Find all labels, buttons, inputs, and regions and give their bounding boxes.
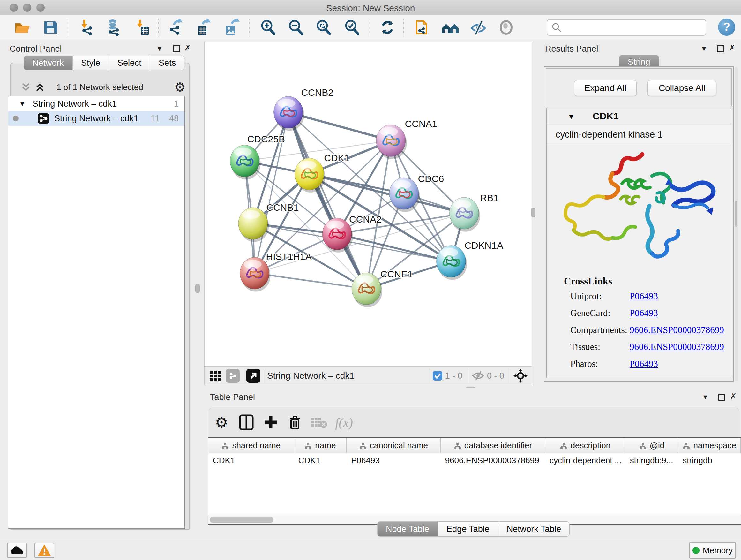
- crosslink-link[interactable]: 9606.ENSP00000378699: [630, 341, 724, 352]
- memory-button[interactable]: Memory: [689, 542, 736, 559]
- network-node-CCNB1[interactable]: CCNB1: [239, 202, 299, 242]
- delete-table-icon[interactable]: [309, 413, 329, 432]
- results-scrollbar[interactable]: [735, 67, 738, 381]
- zoom-selected-button[interactable]: [342, 18, 361, 37]
- column-header-canonical-name[interactable]: canonical name: [347, 438, 441, 453]
- import-network-file-button[interactable]: [77, 18, 96, 37]
- footer-separator: [243, 368, 243, 383]
- crosslink-link[interactable]: 9606.ENSP00000378699: [630, 325, 724, 335]
- tree-expander-icon[interactable]: ▼: [19, 100, 25, 108]
- network-node-CCNE1[interactable]: CCNE1: [352, 269, 413, 307]
- control-panel-tabs: NetworkStyleSelectSets: [23, 56, 185, 70]
- control-panel-close-icon[interactable]: ✗: [185, 44, 191, 52]
- column-header-name[interactable]: name: [294, 438, 347, 453]
- left-splitter-handle[interactable]: [195, 284, 200, 293]
- table-header-row: shared namenamecanonical namedatabase id…: [208, 438, 741, 453]
- network-node-RB1[interactable]: RB1: [450, 192, 499, 232]
- search-input[interactable]: [562, 20, 705, 35]
- cloud-button[interactable]: [7, 543, 27, 558]
- tab-network-table[interactable]: Network Table: [498, 521, 570, 537]
- network-node-CDKN1A[interactable]: CDKN1A: [436, 240, 503, 280]
- warnings-button[interactable]: [35, 543, 54, 558]
- zoom-out-button[interactable]: [286, 18, 306, 37]
- gene-section: ▼ CDK1 cyclin-dependent kinase 1: [546, 108, 731, 378]
- tab-network[interactable]: Network: [23, 56, 72, 70]
- network-node-CCNA1[interactable]: CCNA1: [376, 118, 437, 159]
- export-image-button[interactable]: [221, 18, 241, 37]
- column-header-database-identifier[interactable]: database identifier: [441, 438, 545, 453]
- string-view-icon[interactable]: [226, 369, 240, 383]
- export-network-file-button[interactable]: [166, 18, 185, 37]
- crosslink-link[interactable]: P06493: [630, 291, 658, 301]
- control-panel-collapse-icon[interactable]: ▾: [158, 44, 161, 53]
- node-label-CCNB1: CCNB1: [266, 202, 299, 212]
- results-panel-float-icon[interactable]: [717, 45, 724, 52]
- crosslink-link[interactable]: P06493: [630, 359, 658, 369]
- zoom-in-button[interactable]: [259, 18, 278, 37]
- column-header--id[interactable]: @id: [625, 438, 678, 453]
- import-table-file-button[interactable]: [132, 18, 151, 37]
- navigator-crosshair-icon[interactable]: [514, 369, 528, 383]
- tab-edge-table[interactable]: Edge Table: [438, 521, 498, 537]
- protein-structure-image[interactable]: [547, 145, 731, 273]
- crosslink-link[interactable]: P06493: [630, 308, 658, 318]
- hide-selected-button[interactable]: [469, 18, 488, 37]
- delete-column-trash-icon[interactable]: [285, 413, 305, 432]
- table-panel-float-icon[interactable]: [718, 394, 725, 401]
- right-splitter-handle[interactable]: [531, 208, 536, 217]
- save-session-button[interactable]: [41, 18, 60, 37]
- table-options-gear-icon[interactable]: ⚙: [212, 413, 231, 432]
- selected-checkbox-icon[interactable]: [432, 371, 443, 381]
- expand-all-button[interactable]: Expand All: [574, 80, 636, 96]
- control-panel-float-icon[interactable]: [173, 45, 180, 52]
- node-label-CCNE1: CCNE1: [381, 269, 413, 279]
- node-label-CCNB2: CCNB2: [301, 87, 333, 98]
- crosslink-row: GeneCard:P06493: [547, 308, 731, 325]
- tab-sets[interactable]: Sets: [150, 56, 185, 70]
- tab-style[interactable]: Style: [72, 56, 109, 70]
- network-collection-row[interactable]: ▼ String Network – cdk1 1: [8, 97, 185, 111]
- help-button[interactable]: ?: [718, 18, 735, 36]
- footer-separator: [264, 368, 264, 383]
- refresh-button[interactable]: [378, 18, 397, 37]
- network-canvas[interactable]: CCNB2CCNA1CDC25BCDK1CDC6RB1CCNB1CCNA2CDK…: [204, 42, 532, 366]
- tab-node-table[interactable]: Node Table: [377, 521, 438, 537]
- network-node-CCNB2[interactable]: CCNB2: [274, 87, 333, 131]
- network-row-selected[interactable]: String Network – cdk1 11 48: [8, 111, 185, 126]
- zoom-in-icon: [259, 18, 277, 37]
- open-in-window-icon[interactable]: [246, 369, 260, 383]
- network-node-CDK1[interactable]: CDK1: [294, 152, 349, 192]
- function-builder-icon[interactable]: f(x): [334, 413, 354, 432]
- column-header-description[interactable]: description: [545, 438, 625, 453]
- search-field[interactable]: [547, 19, 706, 36]
- annotation-button[interactable]: [412, 18, 431, 37]
- table-tabs: Node TableEdge TableNetwork Table: [377, 521, 569, 537]
- network-node-HIST1H1A[interactable]: HIST1H1A: [240, 251, 312, 292]
- open-session-button[interactable]: [13, 18, 32, 37]
- table-panel-collapse-icon[interactable]: ▾: [703, 392, 707, 401]
- birdseye-grid-icon[interactable]: [209, 369, 222, 382]
- show-all-button[interactable]: [496, 18, 516, 37]
- table-panel-close-icon[interactable]: ✗: [730, 392, 737, 401]
- results-panel-close-icon[interactable]: ✗: [729, 44, 735, 52]
- warning-icon: [38, 545, 51, 556]
- create-column-plus-icon[interactable]: [261, 413, 280, 432]
- home-string-button[interactable]: [441, 18, 460, 37]
- table-cell: stringdb:9...: [625, 453, 678, 468]
- zoom-fit-button[interactable]: [314, 18, 333, 37]
- results-panel-collapse-icon[interactable]: ▾: [702, 44, 706, 53]
- table-panel: Table Panel ▾ ✗ ⚙: [207, 388, 741, 538]
- hidden-eye-slash-icon[interactable]: [472, 370, 484, 381]
- column-header-shared-name[interactable]: shared name: [208, 438, 294, 453]
- export-image-icon: [222, 18, 240, 37]
- table-row[interactable]: CDK1CDK1P064939606.ENSP00000378699cyclin…: [208, 453, 741, 468]
- export-table-file-button[interactable]: [194, 18, 213, 37]
- gene-expander-icon[interactable]: ▼: [568, 113, 575, 121]
- collapse-all-button[interactable]: Collapse All: [648, 80, 717, 96]
- import-table-icon: [133, 18, 151, 37]
- network-options-gear-icon[interactable]: ⚙: [174, 80, 186, 95]
- import-network-database-button[interactable]: [104, 18, 123, 37]
- column-header-namespace[interactable]: namespace: [678, 438, 741, 453]
- tab-select[interactable]: Select: [109, 56, 150, 70]
- show-columns-icon[interactable]: [237, 413, 256, 432]
